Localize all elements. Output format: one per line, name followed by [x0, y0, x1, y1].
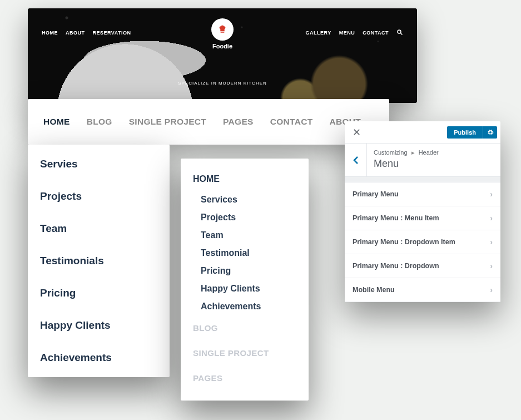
- dropdown-panel-mobile: HOME Services Projects Team Testimonial …: [181, 159, 309, 401]
- publish-group: Publish: [447, 126, 497, 139]
- dropdown-panel-primary: Servies Projects Team Testimonials Prici…: [28, 145, 170, 377]
- dropdown-subitem[interactable]: Pricing: [193, 262, 296, 280]
- svg-line-1: [401, 33, 403, 34]
- chef-hat-icon: [211, 18, 234, 41]
- customizer-item[interactable]: Primary Menu : Dropdown ›: [345, 254, 500, 278]
- customizer-topbar: ✕ Publish: [345, 121, 500, 144]
- customizer-item-label: Primary Menu: [353, 190, 399, 198]
- nav-item-blog[interactable]: BLOG: [87, 117, 112, 127]
- customizer-header: Customizing ▸ Header Menu: [345, 144, 500, 177]
- customizer-item[interactable]: Primary Menu : Menu Item ›: [345, 206, 500, 230]
- customizer-item-label: Primary Menu : Dropdown: [353, 262, 439, 270]
- hero-nav-link[interactable]: MENU: [339, 30, 355, 36]
- brand-logo[interactable]: Foodie: [211, 18, 234, 50]
- customizer-item[interactable]: Primary Menu ›: [345, 182, 500, 206]
- dropdown-faded-item[interactable]: SINGLE PROJECT: [193, 340, 296, 365]
- dropdown-heading[interactable]: HOME: [193, 174, 296, 184]
- hero-nav-link[interactable]: GALLERY: [306, 30, 331, 36]
- dropdown-faded-item[interactable]: BLOG: [193, 315, 296, 340]
- dropdown-item[interactable]: Achievements: [28, 342, 170, 374]
- dropdown-faded-item[interactable]: PAGES: [193, 365, 296, 391]
- breadcrumb: Customizing ▸ Header: [374, 149, 494, 156]
- divider: [345, 177, 500, 182]
- breadcrumb-root: Customizing: [374, 149, 408, 156]
- customizer-item-label: Mobile Menu: [353, 286, 395, 294]
- hero-nav-link[interactable]: ABOUT: [66, 30, 85, 36]
- nav-item-home[interactable]: HOME: [43, 117, 70, 127]
- dropdown-subitem[interactable]: Projects: [193, 209, 296, 226]
- nav-item-single-project[interactable]: SINGLE PROJECT: [129, 117, 206, 127]
- hero-nav: HOME ABOUT RESERVATION Foodie GALLERY ME…: [28, 8, 417, 47]
- dropdown-item[interactable]: Testimonials: [28, 245, 170, 277]
- chevron-right-icon: ›: [490, 261, 493, 270]
- hero-nav-right: GALLERY MENU CONTACT: [306, 29, 404, 37]
- nav-item-contact[interactable]: CONTACT: [270, 117, 313, 127]
- brand-name: Foodie: [211, 43, 234, 50]
- customizer-breadcrumb-body: Customizing ▸ Header Menu: [367, 144, 500, 176]
- hero-nav-link[interactable]: HOME: [42, 30, 58, 36]
- dropdown-subitem[interactable]: Achievements: [193, 298, 296, 315]
- customizer-title: Menu: [374, 158, 494, 170]
- nav-item-pages[interactable]: PAGES: [223, 117, 254, 127]
- chevron-right-icon: ›: [490, 190, 493, 199]
- dropdown-subitem[interactable]: Services: [193, 191, 296, 209]
- dropdown-item[interactable]: Servies: [28, 148, 170, 180]
- dropdown-item[interactable]: Projects: [28, 180, 170, 213]
- dropdown-item[interactable]: Happy Clients: [28, 309, 170, 342]
- chevron-right-icon: ›: [490, 214, 493, 223]
- site-hero: HOME ABOUT RESERVATION Foodie GALLERY ME…: [28, 8, 417, 103]
- chevron-right-icon: ›: [490, 285, 493, 294]
- hero-nav-link[interactable]: RESERVATION: [93, 30, 131, 36]
- dropdown-item[interactable]: Team: [28, 213, 170, 245]
- dropdown-subitem[interactable]: Team: [193, 226, 296, 244]
- customizer-item-label: Primary Menu : Menu Item: [353, 214, 439, 222]
- chevron-right-icon: ›: [490, 238, 493, 246]
- dropdown-subitem[interactable]: Happy Clients: [193, 280, 296, 298]
- breadcrumb-section: Header: [419, 149, 439, 156]
- hero-nav-left: HOME ABOUT RESERVATION: [42, 30, 131, 36]
- customizer-item[interactable]: Mobile Menu ›: [345, 278, 500, 302]
- customizer-item-label: Primary Menu : Dropdown Item: [353, 238, 455, 246]
- close-icon[interactable]: ✕: [348, 124, 365, 141]
- customizer-item[interactable]: Primary Menu : Dropdown Item ›: [345, 230, 500, 254]
- main-navbar: HOME BLOG SINGLE PROJECT PAGES CONTACT A…: [28, 99, 389, 145]
- svg-point-0: [398, 30, 401, 33]
- back-icon[interactable]: [345, 144, 367, 176]
- chevron-right-icon: ▸: [409, 149, 417, 156]
- customizer-panel: ✕ Publish Customizing ▸ Header Menu Prim…: [345, 121, 500, 302]
- hero-nav-link[interactable]: CONTACT: [363, 30, 389, 36]
- gear-icon[interactable]: [483, 126, 497, 139]
- hero-tagline: SPECIALIZE IN MODERN KITCHEN: [178, 81, 267, 86]
- dropdown-item[interactable]: Pricing: [28, 277, 170, 309]
- dropdown-subitem[interactable]: Testimonial: [193, 244, 296, 262]
- publish-button[interactable]: Publish: [447, 126, 483, 139]
- search-icon[interactable]: [396, 29, 403, 37]
